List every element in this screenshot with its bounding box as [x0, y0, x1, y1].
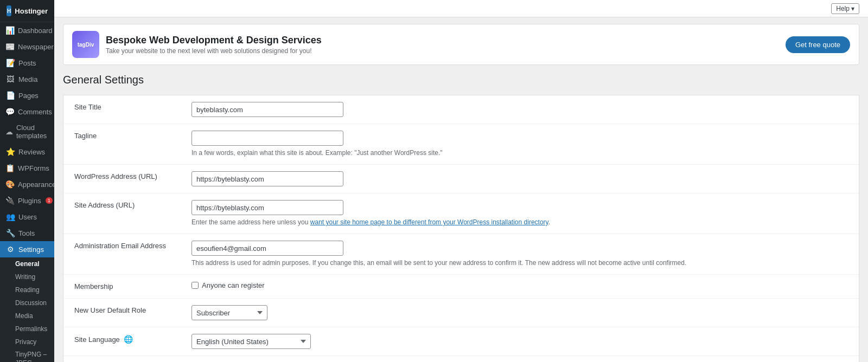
user-role-label: New User Default Role — [74, 306, 146, 314]
user-role-select[interactable]: Subscriber Contributor Author Editor Adm… — [192, 305, 267, 320]
site-title-row: Site Title — [63, 95, 859, 124]
sidebar-item-cloud-templates[interactable]: ☁ Cloud templates — [0, 120, 54, 144]
sidebar-item-label: Users — [18, 213, 37, 221]
main-content: Help ▾ tagDiv Bespoke Web Development & … — [54, 0, 868, 362]
sidebar-item-plugins[interactable]: 🔌 Plugins 1 — [0, 192, 54, 209]
site-language-row: Site Language 🌐 English (United States) … — [63, 327, 859, 356]
tagdiv-logo: tagDiv — [72, 31, 99, 58]
sidebar-item-label: Settings — [18, 245, 44, 254]
brand-label: Hostinger — [15, 7, 48, 15]
subnav-reading[interactable]: Reading — [0, 283, 54, 296]
subnav-privacy[interactable]: Privacy — [0, 335, 54, 348]
plugins-icon: 🔌 — [5, 196, 15, 205]
tools-icon: 🔧 — [5, 229, 15, 237]
timezone-row: Timezone UTC+0 UTC-5 UTC+1 UTC+2 Choose … — [63, 356, 859, 363]
help-button[interactable]: Help ▾ — [831, 3, 859, 14]
admin-email-hint: This address is used for admin purposes.… — [192, 258, 850, 268]
site-title-input[interactable] — [192, 102, 343, 117]
wp-address-row: WordPress Address (URL) — [63, 165, 859, 193]
membership-row: Membership Anyone can register — [63, 275, 859, 299]
subnav-media[interactable]: Media — [0, 309, 54, 322]
pages-icon: 📄 — [5, 91, 15, 100]
get-quote-button[interactable]: Get free quote — [786, 36, 850, 53]
users-icon: 👥 — [5, 212, 15, 221]
admin-email-label: Administration Email Address — [74, 242, 166, 250]
membership-checkbox-text: Anyone can register — [202, 281, 265, 289]
subnav-writing[interactable]: Writing — [0, 270, 54, 283]
site-address-label: Site Address (URL) — [74, 201, 135, 209]
content-area: General Settings Site Title Tagline In a… — [54, 72, 868, 362]
banner-subtitle: Take your website to the next level with… — [106, 47, 322, 55]
sidebar-item-users[interactable]: 👥 Users — [0, 209, 54, 225]
sidebar-item-settings[interactable]: ⚙ Settings — [0, 241, 54, 257]
settings-form: Site Title Tagline In a few words, expla… — [63, 95, 859, 362]
sidebar: H Hostinger 📊 Dashboard 📰 Newspaper 📝 Po… — [0, 0, 54, 362]
site-address-link[interactable]: want your site home page to be different… — [310, 218, 548, 226]
tagline-hint: In a few words, explain what this site i… — [192, 148, 850, 158]
sidebar-item-label: Newspaper — [18, 43, 54, 51]
banner-left: tagDiv Bespoke Web Development & Design … — [72, 31, 322, 58]
sidebar-item-newspaper[interactable]: 📰 Newspaper — [0, 38, 54, 55]
admin-email-input[interactable] — [192, 241, 343, 256]
sidebar-item-dashboard[interactable]: 📊 Dashboard — [0, 22, 54, 38]
chevron-down-icon: ▾ — [851, 5, 854, 12]
brand-icon: H — [7, 5, 11, 16]
tagline-label: Tagline — [74, 132, 97, 140]
sidebar-item-media[interactable]: 🖼 Media — [0, 71, 54, 87]
translate-icon: 🌐 — [124, 335, 133, 344]
cloud-icon: ☁ — [5, 127, 13, 136]
sidebar-item-label: WPForms — [18, 164, 49, 172]
posts-icon: 📝 — [5, 59, 15, 67]
subnav-general[interactable]: General — [0, 257, 54, 270]
sidebar-item-comments[interactable]: 💬 Comments — [0, 104, 54, 120]
settings-icon: ⚙ — [5, 245, 15, 254]
newspaper-icon: 📰 — [5, 42, 15, 51]
subnav-discussion[interactable]: Discussion — [0, 296, 54, 309]
tagdiv-banner: tagDiv Bespoke Web Development & Design … — [63, 24, 859, 65]
comments-icon: 💬 — [5, 107, 15, 116]
sidebar-item-label: Media — [18, 75, 37, 83]
dashboard-icon: 📊 — [5, 26, 15, 35]
subnav-tinypng[interactable]: TinyPNG – JPEG, PNG & WebP image compres… — [0, 348, 54, 362]
page-title: General Settings — [63, 74, 859, 86]
sidebar-item-label: Cloud templates — [16, 124, 49, 140]
sidebar-item-reviews[interactable]: ⭐ Reviews — [0, 144, 54, 160]
membership-label: Membership — [74, 282, 113, 290]
reviews-icon: ⭐ — [5, 147, 15, 156]
banner-text: Bespoke Web Development & Design Service… — [106, 35, 322, 55]
appearance-icon: 🎨 — [5, 180, 15, 189]
site-address-row: Site Address (URL) Enter the same addres… — [63, 193, 859, 234]
user-role-row: New User Default Role Subscriber Contrib… — [63, 299, 859, 327]
logo-text: tagDiv — [78, 42, 94, 48]
sidebar-item-label: Plugins — [18, 197, 41, 205]
sidebar-item-label: Posts — [18, 59, 36, 67]
sidebar-item-appearance[interactable]: 🎨 Appearance — [0, 176, 54, 192]
sidebar-item-label: Tools — [18, 229, 35, 237]
media-icon: 🖼 — [5, 75, 15, 83]
sidebar-item-posts[interactable]: 📝 Posts — [0, 55, 54, 71]
tagline-input[interactable] — [192, 131, 343, 146]
admin-email-row: Administration Email Address This addres… — [63, 234, 859, 275]
form-table: Site Title Tagline In a few words, expla… — [63, 95, 859, 362]
sidebar-item-label: Dashboard — [18, 27, 53, 35]
sidebar-item-label: Reviews — [18, 148, 45, 156]
help-label: Help — [836, 5, 850, 12]
settings-subnav: General Writing Reading Discussion Media… — [0, 257, 54, 362]
sidebar-item-pages[interactable]: 📄 Pages — [0, 87, 54, 104]
sidebar-item-tools[interactable]: 🔧 Tools — [0, 225, 54, 241]
wp-address-input[interactable] — [192, 171, 343, 186]
site-title-label: Site Title — [74, 103, 101, 111]
membership-checkbox[interactable] — [192, 282, 199, 289]
sidebar-brand: H Hostinger — [0, 0, 54, 22]
topbar: Help ▾ — [54, 0, 868, 17]
sidebar-item-label: Comments — [18, 108, 52, 116]
site-address-input[interactable] — [192, 200, 343, 215]
plugins-badge: 1 — [46, 197, 53, 204]
site-address-hint: Enter the same address here unless you w… — [192, 217, 850, 227]
subnav-permalinks[interactable]: Permalinks — [0, 322, 54, 335]
wpforms-icon: 📋 — [5, 164, 15, 172]
membership-checkbox-label[interactable]: Anyone can register — [192, 281, 850, 289]
sidebar-item-wpforms[interactable]: 📋 WPForms — [0, 160, 54, 176]
site-language-select[interactable]: English (United States) English (UK) Fra… — [192, 334, 311, 349]
wp-address-label: WordPress Address (URL) — [74, 172, 157, 180]
